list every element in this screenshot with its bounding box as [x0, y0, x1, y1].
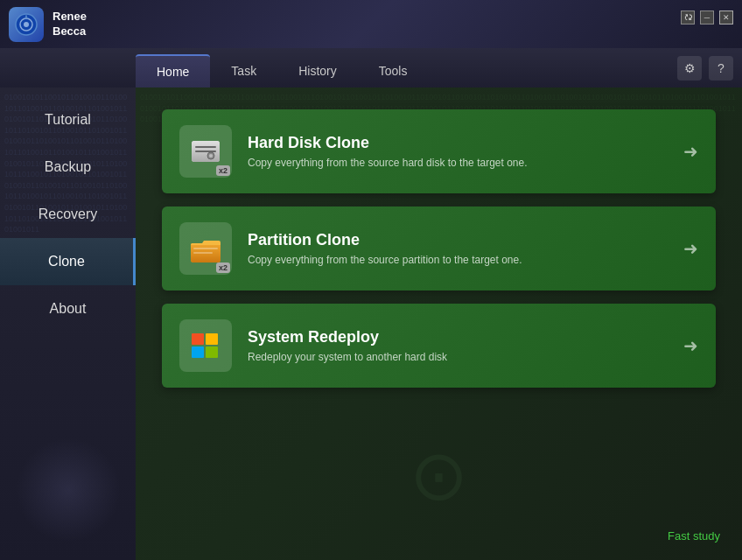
card-arrow-hdd: ➜: [683, 141, 698, 162]
logo-area: Renee Becca: [9, 7, 87, 42]
fast-study-link[interactable]: Fast study: [668, 529, 720, 542]
app-logo-icon: [9, 7, 44, 42]
card-title-partition: Partition Clone: [248, 231, 668, 249]
close-button[interactable]: ✕: [719, 10, 733, 24]
card-text-redeploy: System Redeploy Redeploy your system to …: [248, 328, 668, 363]
app-name: Renee Becca: [52, 10, 87, 39]
settings-icon-button[interactable]: ⚙: [677, 56, 702, 80]
svg-rect-5: [195, 146, 216, 148]
svg-rect-11: [193, 248, 218, 249]
restore-button[interactable]: 🗘: [681, 10, 695, 24]
card-partition-clone[interactable]: x2 Partition Clone Copy everything from …: [162, 206, 716, 290]
card-system-redeploy[interactable]: System Redeploy Redeploy your system to …: [162, 304, 716, 388]
sidebar-item-backup[interactable]: Backup: [0, 144, 136, 191]
svg-rect-16: [206, 346, 218, 358]
sidebar: 0100101011001011010010110100101101001011…: [0, 88, 136, 560]
cards-container: x2 Hard Disk Clone Copy everything from …: [162, 109, 716, 388]
sidebar-item-tutorial[interactable]: Tutorial: [0, 96, 136, 144]
svg-point-8: [209, 154, 213, 158]
content-area: 0100101011001011010010110100101101001011…: [136, 88, 742, 560]
title-bar: Renee Becca 🗘 ─ ✕: [0, 0, 742, 48]
card-arrow-redeploy: ➜: [683, 335, 698, 356]
x2-badge-hdd: x2: [216, 165, 230, 176]
card-title-hdd: Hard Disk Clone: [248, 134, 668, 152]
svg-rect-6: [195, 150, 216, 152]
card-desc-hdd: Copy everything from the source hard dis…: [248, 157, 668, 169]
card-arrow-partition: ➜: [683, 238, 698, 259]
sidebar-item-recovery[interactable]: Recovery: [0, 191, 136, 238]
minimize-button[interactable]: ─: [700, 10, 714, 24]
x2-badge-folder: x2: [216, 262, 230, 273]
nav-tabs: Home Task History Tools ⚙ ?: [0, 48, 742, 88]
card-text-hdd: Hard Disk Clone Copy everything from the…: [248, 134, 668, 169]
card-icon-hdd: x2: [179, 125, 232, 178]
tab-history[interactable]: History: [277, 54, 358, 88]
card-desc-partition: Copy everything from the source partitio…: [248, 254, 668, 266]
card-title-redeploy: System Redeploy: [248, 328, 668, 346]
card-icon-folder: x2: [179, 222, 232, 275]
svg-rect-15: [192, 346, 204, 358]
card-desc-redeploy: Redeploy your system to another hard dis…: [248, 351, 668, 363]
svg-rect-14: [206, 333, 218, 345]
sidebar-item-clone[interactable]: Clone: [0, 238, 136, 285]
nav-icon-group: ⚙ ?: [677, 56, 733, 80]
svg-rect-12: [193, 252, 213, 254]
card-icon-windows: [179, 319, 232, 372]
tab-home[interactable]: Home: [136, 54, 210, 88]
tab-task[interactable]: Task: [210, 54, 277, 88]
help-icon-button[interactable]: ?: [709, 56, 733, 80]
sidebar-item-about[interactable]: About: [0, 285, 136, 332]
watermark: ⊙: [410, 435, 468, 516]
card-hard-disk-clone[interactable]: x2 Hard Disk Clone Copy everything from …: [162, 109, 716, 193]
card-text-partition: Partition Clone Copy everything from the…: [248, 231, 668, 266]
svg-point-2: [24, 22, 29, 27]
main-container: 0100101011001011010010110100101101001011…: [0, 88, 742, 560]
tab-tools[interactable]: Tools: [358, 54, 429, 88]
window-controls: 🗘 ─ ✕: [681, 10, 733, 24]
svg-rect-13: [192, 333, 204, 345]
